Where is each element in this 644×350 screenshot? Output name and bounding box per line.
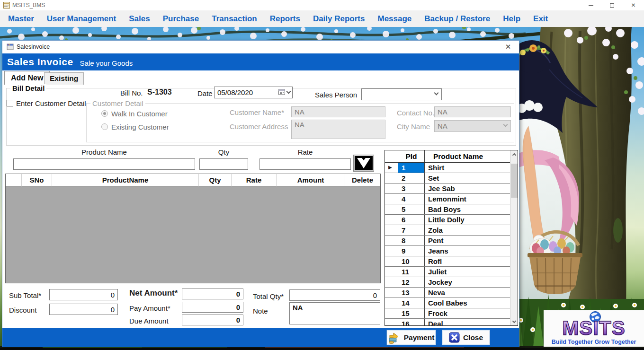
close-button[interactable]: ✕	[623, 0, 644, 10]
product-id-cell[interactable]: 4	[398, 194, 425, 204]
scroll-down-button[interactable]	[510, 318, 518, 325]
row-selector-cell	[385, 277, 398, 287]
product-id-cell[interactable]: 5	[398, 204, 425, 214]
row-selector-cell	[385, 225, 398, 235]
product-list-row[interactable]: 8 Pent	[385, 236, 510, 246]
product-list-column-name[interactable]: Product Name	[425, 150, 510, 162]
tab-add-new[interactable]: Add New	[4, 71, 50, 85]
menu-item-reports[interactable]: Reports	[270, 14, 300, 24]
menu-item-help[interactable]: Help	[503, 14, 520, 24]
product-list-row[interactable]: 11 Juliet	[385, 267, 510, 277]
menu-item-sales[interactable]: Sales	[129, 14, 150, 24]
scrollbar-thumb[interactable]	[511, 164, 518, 198]
items-grid-column-sno[interactable]: SNo	[22, 174, 52, 186]
minimize-button[interactable]	[580, 0, 601, 10]
product-id-cell[interactable]: 3	[398, 184, 425, 193]
product-list-row[interactable]: 12 Jockey	[385, 277, 510, 288]
product-name-input[interactable]	[13, 158, 195, 170]
tab-existing[interactable]: Existing	[44, 72, 84, 85]
product-list-row[interactable]: 3 Jee Sab	[385, 184, 510, 194]
menu-item-purchase[interactable]: Purchase	[163, 14, 199, 24]
items-grid-column-qty[interactable]: Qty	[199, 174, 232, 186]
product-id-cell[interactable]: 13	[398, 288, 425, 298]
product-name-cell[interactable]: Juliet	[425, 267, 510, 277]
double-chevron-down-icon	[357, 158, 371, 169]
product-id-cell[interactable]: 15	[398, 308, 425, 318]
product-name-cell[interactable]: Frock	[425, 308, 510, 318]
product-list-row[interactable]: 10 Rofl	[385, 256, 510, 267]
product-list-row[interactable]: 14 Cool Babes	[385, 298, 510, 308]
product-name-cell[interactable]: Set	[425, 173, 510, 183]
product-name-cell[interactable]: Zola	[425, 225, 510, 235]
product-id-cell[interactable]: 1	[398, 163, 425, 173]
net-amount-field[interactable]	[182, 289, 243, 299]
product-id-cell[interactable]: 8	[398, 236, 425, 245]
close-invoice-button[interactable]: Close	[442, 330, 490, 345]
sales-person-combobox[interactable]	[361, 88, 442, 100]
product-name-cell[interactable]: Lemonmint	[425, 194, 510, 204]
menu-item-exit[interactable]: Exit	[533, 14, 548, 24]
product-id-cell[interactable]: 10	[398, 256, 425, 266]
qty-input[interactable]	[199, 158, 248, 170]
product-name-cell[interactable]: Bad Boys	[425, 204, 510, 214]
product-name-cell[interactable]: Shirt	[425, 163, 510, 173]
product-list-row[interactable]: 15 Frock	[385, 308, 510, 319]
menu-item-daily-reports[interactable]: Daily Reports	[313, 14, 365, 24]
product-list-row[interactable]: 7 Zola	[385, 225, 510, 236]
payment-button[interactable]: Payment	[386, 330, 436, 345]
product-id-cell[interactable]: 16	[398, 319, 425, 325]
total-qty-field[interactable]	[289, 289, 380, 301]
menu-item-user-management[interactable]: User Management	[47, 14, 116, 24]
items-grid-column-amount[interactable]: Amount	[277, 174, 345, 186]
product-id-cell[interactable]: 7	[398, 225, 425, 235]
rate-input[interactable]	[259, 158, 351, 170]
menu-item-master[interactable]: Master	[8, 14, 34, 24]
product-name-cell[interactable]: Jeans	[425, 246, 510, 256]
items-grid-column-rate[interactable]: Rate	[232, 174, 277, 186]
note-field[interactable]: NA	[289, 302, 380, 324]
product-name-cell[interactable]: Pent	[425, 236, 510, 245]
product-id-cell[interactable]: 12	[398, 277, 425, 287]
product-list-column-pid[interactable]: PId	[398, 150, 425, 162]
product-name-cell[interactable]: Jee Sab	[425, 184, 510, 193]
product-id-cell[interactable]: 6	[398, 215, 425, 225]
product-list-scrollbar[interactable]	[510, 150, 518, 325]
sub-total-field[interactable]	[49, 289, 118, 300]
date-picker[interactable]: 05/08/2020	[214, 87, 293, 98]
menu-item-transaction[interactable]: Transaction	[212, 14, 257, 24]
items-grid-column-productname[interactable]: ProductName	[52, 174, 199, 186]
product-name-cell[interactable]: Deal	[425, 319, 510, 325]
product-list-row[interactable]: 4 Lemonmint	[385, 194, 510, 204]
product-list-row[interactable]: 9 Jeans	[385, 246, 510, 256]
product-name-cell[interactable]: Rofl	[425, 256, 510, 266]
product-list-row[interactable]: 13 Neva	[385, 288, 510, 298]
add-item-button[interactable]	[354, 155, 374, 171]
product-list-row[interactable]: 16 Deal	[385, 319, 510, 325]
product-list-row[interactable]: 6 Little Dolly	[385, 215, 510, 225]
discount-field[interactable]	[49, 304, 118, 315]
product-name-cell[interactable]: Neva	[425, 288, 510, 298]
items-grid-empty-body[interactable]	[6, 186, 380, 283]
product-id-cell[interactable]: 14	[398, 298, 425, 308]
product-id-cell[interactable]: 9	[398, 246, 425, 256]
items-grid-column-delete[interactable]: Delete	[345, 174, 380, 186]
enter-customer-detail-checkbox[interactable]	[7, 100, 13, 106]
product-name-cell[interactable]: Jockey	[425, 277, 510, 287]
menu-item-backup-restore[interactable]: Backup / Restore	[424, 14, 490, 24]
menu-item-message[interactable]: Message	[377, 14, 411, 24]
product-id-cell[interactable]: 11	[398, 267, 425, 277]
scroll-up-button[interactable]	[510, 150, 518, 158]
product-list-row[interactable]: 2 Set	[385, 173, 510, 184]
salesinvoice-close-button[interactable]: ✕	[503, 43, 513, 52]
due-amount-field[interactable]	[182, 315, 243, 325]
maximize-button[interactable]	[601, 0, 623, 10]
pay-amount-field[interactable]	[182, 302, 243, 313]
product-list-row[interactable]: 1 Shirt	[385, 163, 510, 173]
bill-detail-legend: Bill Detail	[10, 84, 46, 92]
product-id-cell[interactable]: 2	[398, 173, 425, 183]
product-name-cell[interactable]: Little Dolly	[425, 215, 510, 225]
product-list-row[interactable]: 5 Bad Boys	[385, 204, 510, 215]
salesinvoice-titlebar[interactable]: Salesinvoice ✕	[2, 41, 519, 53]
product-name-cell[interactable]: Cool Babes	[425, 298, 510, 308]
row-selector-cell	[385, 215, 398, 225]
